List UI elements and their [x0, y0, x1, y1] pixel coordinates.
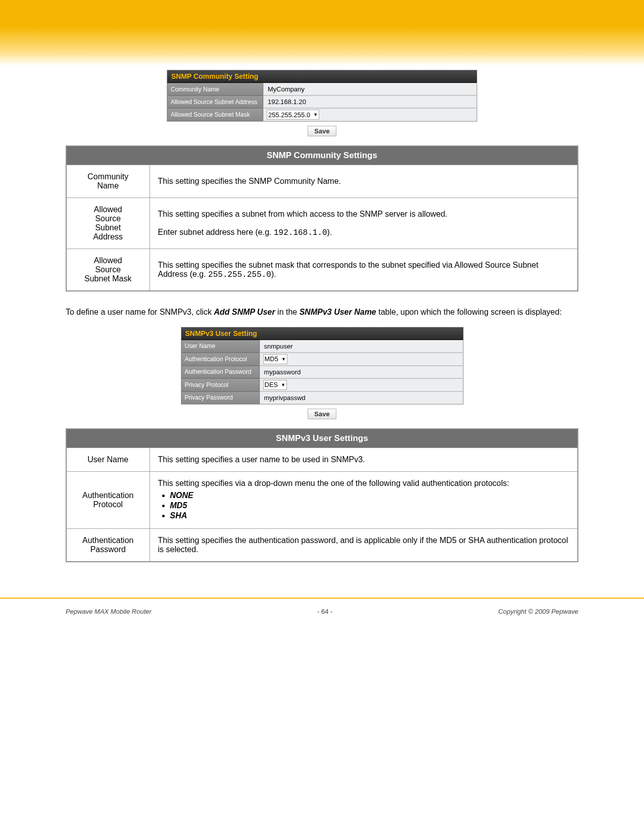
table-row: AllowedSourceSubnet MaskThis setting spe…: [66, 249, 578, 291]
form-row: Allowed Source Subnet Mask255.255.255.0▼: [167, 108, 477, 121]
footer-right: Copyright © 2009 Pepwave: [499, 608, 578, 615]
field-label: Authentication Password: [181, 366, 260, 378]
setting-name-cell: AuthenticationPassword: [66, 528, 150, 562]
form-row: Authentication ProtocolMD5▼: [181, 353, 463, 366]
field-label: Privacy Password: [181, 391, 260, 404]
top-banner: [0, 0, 644, 66]
setting-name-cell: CommunityName: [66, 165, 150, 198]
field-label: Privacy Protocol: [181, 378, 260, 391]
form-row: Privacy Password: [181, 391, 463, 404]
footer-left: Pepwave MAX Mobile Router: [66, 608, 152, 615]
chevron-down-icon: ▼: [281, 382, 285, 387]
field-value-cell: DES▼: [260, 378, 463, 391]
setting-desc-cell: This setting specifies a subnet from whi…: [150, 198, 578, 249]
footer: Pepwave MAX Mobile Router - 64 - Copyrig…: [0, 599, 644, 615]
text-input[interactable]: [267, 97, 348, 107]
setting-desc-cell: This setting specifies the SNMP Communit…: [150, 165, 578, 198]
footer-page: - 64 -: [317, 608, 332, 615]
chevron-down-icon: ▼: [281, 357, 286, 362]
field-value-cell: [260, 366, 463, 378]
form-row: Community Name: [167, 83, 477, 95]
panel-title: SNMP Community Setting: [167, 70, 477, 83]
select-input[interactable]: DES▼: [263, 380, 287, 390]
save-button[interactable]: Save: [308, 126, 336, 136]
table-header: SNMP Community Settings: [66, 146, 578, 165]
text-input[interactable]: [263, 393, 344, 403]
field-value-cell: [263, 83, 477, 95]
panel-rows: Community NameAllowed Source Subnet Addr…: [167, 83, 477, 121]
setting-desc-cell: This setting specifies via a drop-down m…: [150, 471, 578, 528]
content-area: SNMP Community Setting Community NameAll…: [0, 70, 644, 587]
select-input[interactable]: MD5▼: [263, 354, 287, 364]
setting-name-cell: AllowedSourceSubnetAddress: [66, 198, 150, 249]
snmp-community-desc-table: SNMP Community Settings CommunityNameThi…: [66, 145, 578, 291]
snmp-community-panel: SNMP Community Setting Community NameAll…: [167, 70, 477, 122]
setting-desc-cell: This setting specifies a user name to be…: [150, 448, 578, 471]
field-label: Allowed Source Subnet Address: [167, 95, 263, 108]
setting-name-cell: AuthenticationProtocol: [66, 471, 150, 528]
table-row: CommunityNameThis setting specifies the …: [66, 165, 578, 198]
field-value-cell: [263, 95, 477, 108]
field-value-cell: [260, 340, 463, 353]
table-row: AuthenticationProtocolThis setting speci…: [66, 471, 578, 528]
snmpv3-user-panel: SNMPv3 User Setting User NameAuthenticat…: [181, 327, 464, 405]
select-input[interactable]: 255.255.255.0▼: [267, 110, 319, 120]
chevron-down-icon: ▼: [313, 112, 318, 117]
table-header: SNMPv3 User Settings: [66, 429, 578, 448]
text-input[interactable]: [263, 341, 344, 351]
setting-name-cell: AllowedSourceSubnet Mask: [66, 249, 150, 291]
panel-title: SNMPv3 User Setting: [181, 327, 463, 340]
setting-name-cell: User Name: [66, 448, 150, 471]
form-row: User Name: [181, 340, 463, 353]
text-input[interactable]: [267, 84, 348, 94]
save-button[interactable]: Save: [308, 409, 336, 419]
field-value-cell: [260, 391, 463, 404]
field-value-cell: 255.255.255.0▼: [263, 108, 477, 121]
select-value: MD5: [265, 355, 278, 363]
field-label: Allowed Source Subnet Mask: [167, 108, 263, 121]
text-input[interactable]: [263, 367, 344, 377]
field-label: Community Name: [167, 83, 263, 95]
table-row: AuthenticationPasswordThis setting speci…: [66, 528, 578, 562]
select-value: 255.255.255.0: [268, 111, 310, 119]
select-value: DES: [265, 381, 278, 388]
form-row: Allowed Source Subnet Address: [167, 95, 477, 108]
table-row: AllowedSourceSubnetAddressThis setting s…: [66, 198, 578, 249]
field-value-cell: MD5▼: [260, 353, 463, 366]
table-row: User NameThis setting specifies a user n…: [66, 448, 578, 471]
panel-rows: User NameAuthentication ProtocolMD5▼Auth…: [181, 340, 463, 404]
instruction-paragraph: To define a user name for SNMPv3, click …: [66, 307, 578, 318]
form-row: Authentication Password: [181, 366, 463, 378]
setting-desc-cell: This setting specifies the authenticatio…: [150, 528, 578, 562]
form-row: Privacy ProtocolDES▼: [181, 378, 463, 391]
setting-desc-cell: This setting specifies the subnet mask t…: [150, 249, 578, 291]
field-label: Authentication Protocol: [181, 353, 260, 366]
snmpv3-user-desc-table: SNMPv3 User Settings User NameThis setti…: [66, 428, 578, 562]
field-label: User Name: [181, 340, 260, 353]
